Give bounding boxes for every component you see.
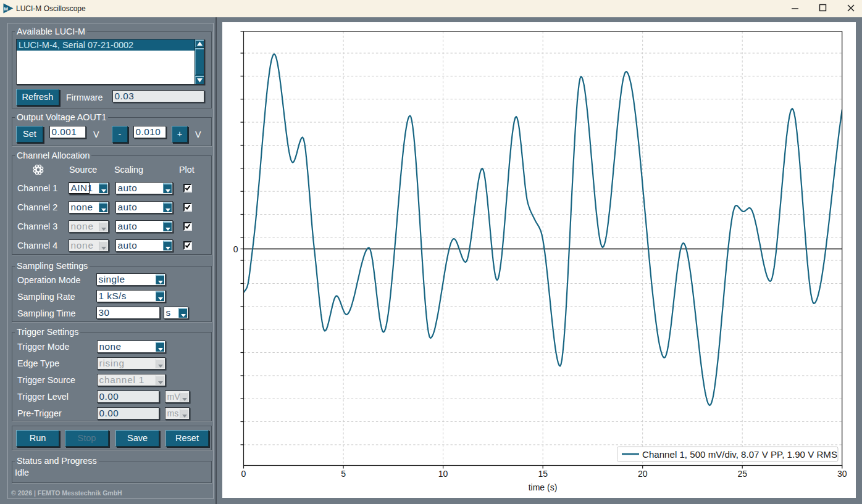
svg-text:M: M bbox=[4, 6, 8, 12]
svg-text:30: 30 bbox=[837, 469, 847, 479]
svg-text:5: 5 bbox=[341, 469, 346, 479]
svg-text:0: 0 bbox=[233, 244, 238, 254]
svg-text:10: 10 bbox=[438, 469, 448, 479]
svg-text:0: 0 bbox=[241, 469, 246, 479]
svg-text:15: 15 bbox=[538, 469, 548, 479]
svg-text:Channel 1, 500 mV/div, 8.07 V: Channel 1, 500 mV/div, 8.07 V PP, 1.90 V… bbox=[642, 450, 837, 460]
svg-text:25: 25 bbox=[737, 469, 747, 479]
svg-text:time (s): time (s) bbox=[529, 482, 558, 492]
svg-text:20: 20 bbox=[638, 469, 648, 479]
